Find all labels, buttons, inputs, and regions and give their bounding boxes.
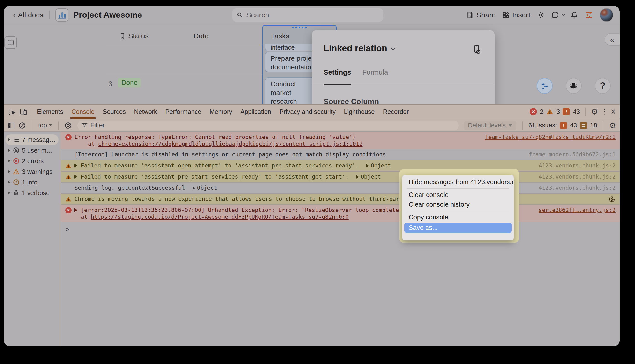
help-button[interactable]: ? <box>595 78 610 94</box>
console-sidebar-toggle-icon[interactable] <box>7 122 15 129</box>
column-link-icon[interactable] <box>472 44 482 54</box>
popup-tabs: Settings Formula <box>324 68 388 76</box>
context-selector[interactable]: top <box>38 122 52 129</box>
stack-link[interactable]: chrome-extension://cdgkmagmdldlpigllieba… <box>98 141 363 147</box>
menu-item-clear-console[interactable]: Clear console <box>402 190 514 200</box>
source-column-label: Source Column <box>324 98 379 104</box>
tab-lighthouse[interactable]: Lighthouse <box>340 105 379 119</box>
close-devtools-icon[interactable]: × <box>610 108 616 116</box>
tab-recorder[interactable]: Recorder <box>379 105 413 119</box>
doc-title[interactable]: Project Awesome <box>73 10 142 20</box>
cookie-icon[interactable] <box>603 196 616 203</box>
sidebar-item-all-messages[interactable]: 7 messag… <box>5 134 59 145</box>
log-row-sending[interactable]: Sending log. getContextSuccessful Object… <box>61 183 619 194</box>
tab-sources[interactable]: Sources <box>99 105 130 119</box>
source-link[interactable]: 4123.vendors.chunk.js:2 <box>534 162 616 169</box>
clear-console-icon[interactable] <box>18 122 26 129</box>
tab-performance[interactable]: Performance <box>161 105 206 119</box>
collapse-panel-button[interactable]: « <box>604 33 619 46</box>
expand-triangle-icon[interactable] <box>75 208 77 212</box>
devtools-settings-gear-icon[interactable]: ⚙ <box>591 108 598 116</box>
sidebar-item-verbose[interactable]: 1 verbose <box>5 188 59 198</box>
search-input[interactable] <box>246 11 379 19</box>
sidebar-item-user-messages[interactable]: 5 user m… <box>5 145 59 156</box>
expand-caret-icon[interactable] <box>8 180 11 184</box>
comments-button[interactable] <box>551 11 564 19</box>
object-label[interactable]: Object <box>371 162 391 169</box>
menu-item-copy-console[interactable]: Copy console <box>402 212 514 222</box>
source-link[interactable]: frame-modern.56d9b672.js:1 <box>524 151 616 158</box>
source-link[interactable]: Team-Tasks_su7-q82n#Tasks_tudiKEmw/r2:1 <box>480 134 616 140</box>
ai-assistant-button[interactable] <box>536 78 552 94</box>
menu-item-save-as[interactable]: Save as... <box>404 222 512 233</box>
tab-application[interactable]: Application <box>236 105 275 119</box>
sliders-icon[interactable] <box>585 11 593 19</box>
object-expand-icon[interactable] <box>356 175 359 178</box>
console-filter-field[interactable] <box>77 120 459 130</box>
console-sidebar: 7 messag… 5 user m… 2 errors 3 warnings <box>4 132 61 346</box>
tab-privacy[interactable]: Privacy and security <box>275 105 340 119</box>
coda-topbar: ‹ All docs Project Awesome Share Insert <box>4 6 619 24</box>
object-label[interactable]: Object <box>197 185 217 191</box>
user-avatar[interactable] <box>600 8 613 22</box>
tab-settings[interactable]: Settings <box>324 68 351 76</box>
all-docs-button[interactable]: ‹ All docs <box>13 11 43 19</box>
column-drag-handle[interactable] <box>292 26 307 28</box>
log-row-warning-1[interactable]: Failed to measure 'assistant_open_attemp… <box>61 160 619 172</box>
sidebar-item-warnings[interactable]: 3 warnings <box>5 166 59 177</box>
inspect-element-icon[interactable] <box>8 108 16 116</box>
live-expression-eye-icon[interactable] <box>64 122 72 129</box>
expand-caret-icon[interactable] <box>8 170 11 173</box>
log-row-intercom[interactable]: [Intercom] Launcher is disabled in setti… <box>61 149 619 160</box>
object-expand-icon[interactable] <box>193 186 195 190</box>
share-button[interactable]: Share <box>466 11 496 19</box>
expand-triangle-icon[interactable] <box>75 175 77 178</box>
log-text: Sending log. getContextSuccessful <box>75 185 185 191</box>
issues-counter[interactable]: 61 Issues: ! 43 18 <box>528 122 597 129</box>
app-window: ‹ All docs Project Awesome Share Insert <box>4 6 619 346</box>
source-link[interactable]: 4123.vendors.chunk.js:2 <box>534 184 616 191</box>
expand-caret-icon[interactable] <box>8 191 11 194</box>
notifications-bell-icon[interactable] <box>570 11 578 19</box>
log-row-warning-3[interactable]: Chrome is moving towards a new experienc… <box>61 194 619 205</box>
search-box[interactable] <box>232 8 383 22</box>
tab-network[interactable]: Network <box>130 105 161 119</box>
menu-item-hide-messages[interactable]: Hide messages from 4123.vendors.chunk.js <box>402 177 514 187</box>
tab-elements[interactable]: Elements <box>33 105 67 119</box>
menu-separator <box>407 211 509 211</box>
source-link[interactable]: 4123.vendors.chunk.js:2 <box>534 173 616 180</box>
kebab-menu-icon[interactable]: ⋮ <box>601 108 608 116</box>
page-sidebar-toggle-button[interactable] <box>4 36 17 49</box>
expand-caret-icon[interactable] <box>8 159 11 163</box>
log-row-error-1[interactable]: ✕ Error handling response: TypeError: Ca… <box>61 132 619 149</box>
log-row-warning-2[interactable]: Failed to measure 'assistant_pre_start_s… <box>61 172 619 183</box>
settings-gear-icon[interactable] <box>536 11 545 19</box>
status-done-chip[interactable]: Done <box>118 78 141 88</box>
device-toolbar-icon[interactable] <box>19 108 28 116</box>
tab-memory[interactable]: Memory <box>205 105 236 119</box>
object-label[interactable]: Object <box>361 174 381 180</box>
menu-item-clear-history[interactable]: Clear console history <box>402 200 514 209</box>
column-header-tasks[interactable]: Tasks <box>271 32 289 40</box>
column-header-date[interactable]: Date <box>193 32 209 40</box>
console-settings-gear-icon[interactable]: ⚙ <box>609 122 616 129</box>
stack-link[interactable]: https://staging.coda.io/d/Project-Awesom… <box>91 214 349 220</box>
popup-title-dropdown[interactable]: Linked relation <box>324 43 394 54</box>
source-link[interactable]: ser.e3862ff….entry.js:2 <box>534 207 616 214</box>
insert-button[interactable]: Insert <box>502 11 530 19</box>
sidebar-item-errors[interactable]: 2 errors <box>5 156 59 166</box>
column-header-status[interactable]: Status <box>119 32 149 40</box>
debug-button[interactable] <box>566 78 581 94</box>
expand-caret-icon[interactable] <box>8 138 11 142</box>
filter-input[interactable] <box>90 122 455 129</box>
log-levels-dropdown[interactable]: Default levels <box>464 120 516 130</box>
sidebar-item-info[interactable]: 1 info <box>5 177 59 188</box>
expand-caret-icon[interactable] <box>8 149 11 152</box>
console-prompt[interactable]: > <box>61 222 619 233</box>
tab-formula[interactable]: Formula <box>362 68 388 76</box>
log-row-error-2[interactable]: ✕ [error:2025-03-13T13:36:23.806-07:00] … <box>61 205 619 222</box>
expand-triangle-icon[interactable] <box>75 164 77 168</box>
tab-console[interactable]: Console <box>67 105 99 119</box>
object-expand-icon[interactable] <box>366 164 369 168</box>
doc-icon[interactable] <box>55 8 69 22</box>
